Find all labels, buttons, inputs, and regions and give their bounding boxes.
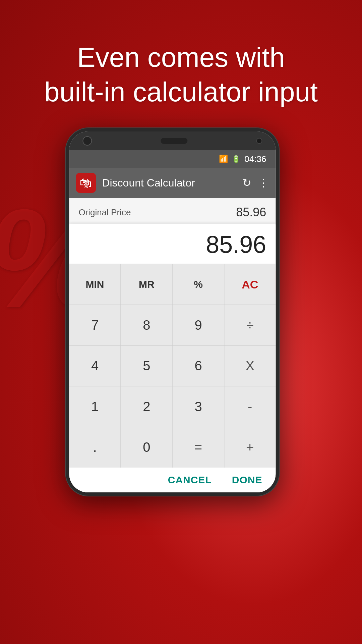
calc-btn-0[interactable]: 0 [121, 427, 172, 468]
calc-btn-ac[interactable]: AC [224, 264, 276, 305]
calc-display: 85.96 [69, 224, 276, 264]
calc-action-row: CANCEL DONE [69, 468, 276, 492]
phone-body: 📶 🔋 04:36 🛍% Discount Calculator ↻ ⋮ [65, 127, 280, 496]
calc-btn-2[interactable]: 2 [121, 386, 172, 427]
app-content: Original Price 85.96 Di 5 Sa 0 Fr 4 [69, 198, 276, 492]
phone-hardware-bar [69, 131, 276, 150]
calc-btn-6[interactable]: 6 [173, 346, 224, 386]
more-icon[interactable]: ⋮ [258, 176, 269, 189]
calc-display-value: 85.96 [206, 231, 266, 258]
calc-btn-minus[interactable]: - [224, 386, 276, 427]
calc-btn-equals[interactable]: = [173, 427, 224, 468]
calc-buttons: MIN MR % AC 7 8 9 ÷ 4 5 6 X [69, 264, 276, 468]
calc-btn-7[interactable]: 7 [69, 305, 120, 345]
original-price-value: 85.96 [236, 205, 266, 219]
calc-btn-mr[interactable]: MR [121, 264, 172, 305]
phone-device: 📶 🔋 04:36 🛍% Discount Calculator ↻ ⋮ [65, 127, 280, 496]
status-time: 04:36 [244, 154, 266, 164]
front-sensor [256, 138, 262, 144]
hero-section: Even comes with built-in calculator inpu… [0, 40, 362, 109]
calc-btn-decimal[interactable]: . [69, 427, 120, 468]
hero-line1: Even comes with [77, 42, 285, 72]
calc-btn-1[interactable]: 1 [69, 386, 120, 427]
phone-speaker [161, 138, 187, 144]
signal-icon: 📶 [219, 155, 228, 163]
calc-btn-min[interactable]: MIN [69, 264, 120, 305]
app-toolbar: 🛍% Discount Calculator ↻ ⋮ [69, 168, 276, 198]
calc-btn-4[interactable]: 4 [69, 346, 120, 386]
cancel-button[interactable]: CANCEL [168, 474, 212, 486]
front-camera [82, 136, 92, 146]
calc-btn-divide[interactable]: ÷ [224, 305, 276, 345]
original-price-row: Original Price 85.96 [69, 198, 276, 222]
battery-icon: 🔋 [232, 155, 240, 163]
calc-btn-5[interactable]: 5 [121, 346, 172, 386]
calc-btn-multiply[interactable]: X [224, 346, 276, 386]
phone-screen: 📶 🔋 04:36 🛍% Discount Calculator ↻ ⋮ [69, 131, 276, 492]
status-bar: 📶 🔋 04:36 [69, 150, 276, 168]
calc-btn-plus[interactable]: + [224, 427, 276, 468]
bag-icon: 🛍% [80, 176, 92, 190]
toolbar-actions: ↻ ⋮ [242, 176, 269, 189]
calc-btn-3[interactable]: 3 [173, 386, 224, 427]
original-price-label: Original Price [78, 207, 131, 218]
app-title: Discount Calculator [102, 177, 236, 189]
app-icon: 🛍% [76, 173, 96, 193]
refresh-icon[interactable]: ↻ [242, 176, 251, 189]
hero-line2: built-in calculator input [44, 76, 318, 107]
calc-btn-9[interactable]: 9 [173, 305, 224, 345]
done-button[interactable]: DONE [232, 474, 262, 486]
calc-btn-percent[interactable]: % [173, 264, 224, 305]
calculator-overlay: 85.96 MIN MR % AC 7 8 9 ÷ [69, 224, 276, 492]
calc-btn-8[interactable]: 8 [121, 305, 172, 345]
